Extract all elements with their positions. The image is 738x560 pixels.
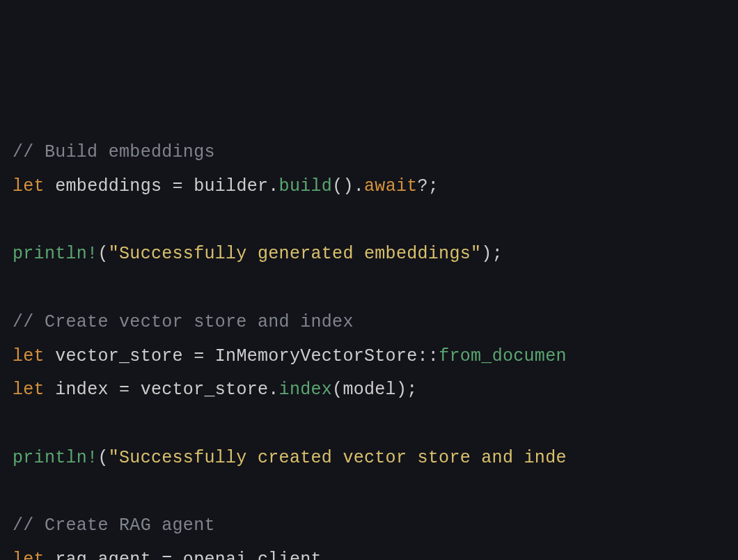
operator: = bbox=[162, 550, 172, 560]
punct: ( bbox=[97, 448, 108, 468]
blank-line bbox=[13, 272, 725, 306]
comment: // Create RAG agent bbox=[13, 515, 215, 536]
punct: ?; bbox=[418, 176, 439, 196]
keyword-let: let bbox=[13, 176, 45, 196]
comment: // Create vector store and index bbox=[13, 312, 354, 332]
identifier: rag_agent bbox=[45, 550, 162, 560]
method-call: build bbox=[279, 176, 333, 196]
string-literal: "Successfully created vector store and i… bbox=[109, 448, 567, 468]
comment: // Build embeddings bbox=[13, 142, 215, 162]
code-line: println!("Successfully created vector st… bbox=[13, 442, 725, 476]
code-line: let vector_store = InMemoryVectorStore::… bbox=[13, 340, 725, 374]
keyword-let: let bbox=[13, 346, 45, 366]
keyword-let: let bbox=[13, 380, 45, 400]
identifier: vector_store. bbox=[129, 380, 278, 400]
identifier: vector_store bbox=[45, 346, 194, 366]
operator: = bbox=[173, 176, 183, 196]
keyword-let: let bbox=[13, 550, 45, 560]
blank-line bbox=[13, 476, 725, 510]
blank-line bbox=[13, 407, 725, 442]
type-path: InMemoryVectorStore:: bbox=[204, 346, 439, 366]
function-call: from_documen bbox=[439, 346, 567, 366]
code-line: println!("Successfully generated embeddi… bbox=[13, 238, 725, 272]
code-line: // Build embeddings bbox=[13, 136, 725, 170]
blank-line bbox=[13, 204, 725, 238]
method-call: index bbox=[279, 380, 333, 400]
identifier: embeddings bbox=[45, 176, 173, 196]
keyword-await: await bbox=[364, 176, 418, 196]
macro-call: println! bbox=[13, 448, 97, 468]
code-line: // Create vector store and index bbox=[13, 306, 725, 340]
identifier: openai_client bbox=[173, 550, 322, 560]
punct: ( bbox=[97, 244, 108, 264]
code-line: let index = vector_store.index(model); bbox=[13, 373, 725, 407]
identifier: index bbox=[45, 380, 119, 400]
identifier: builder. bbox=[183, 176, 279, 196]
operator: = bbox=[119, 380, 129, 400]
code-block: // Build embeddingslet embeddings = buil… bbox=[13, 136, 725, 560]
punct: (). bbox=[332, 176, 364, 196]
operator: = bbox=[194, 346, 204, 366]
code-line: // Create RAG agent bbox=[13, 509, 725, 543]
string-literal: "Successfully generated embeddings" bbox=[109, 244, 482, 264]
punct: ); bbox=[481, 244, 503, 264]
code-line: let embeddings = builder.build().await?; bbox=[13, 170, 725, 204]
punct: (model); bbox=[332, 380, 417, 400]
code-line: let rag_agent = openai_client bbox=[13, 543, 725, 560]
macro-call: println! bbox=[13, 244, 97, 264]
